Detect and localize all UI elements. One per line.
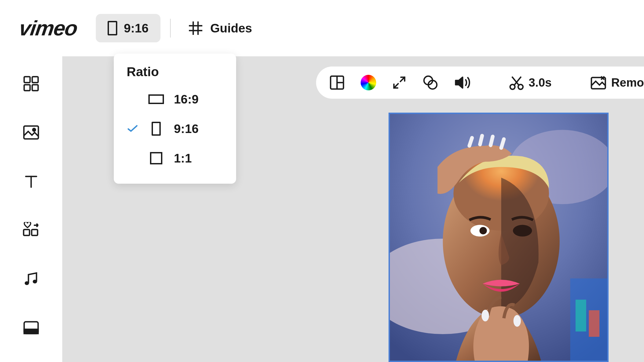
aspect-ratio-button[interactable]: 9:16 — [96, 14, 160, 42]
ratio-dropdown-title: Ratio — [114, 64, 236, 84]
svg-point-9 — [33, 128, 35, 131]
ratio-option-label: 1:1 — [174, 151, 192, 165]
expand-button[interactable] — [392, 76, 406, 90]
sidebar-styles[interactable] — [23, 319, 40, 336]
trim-button[interactable]: 3.0s — [509, 75, 552, 90]
svg-rect-6 — [24, 85, 30, 91]
square-ratio-icon — [148, 152, 164, 164]
header-controls: 9:16 Guides — [96, 14, 260, 42]
svg-rect-42 — [589, 310, 599, 337]
grid-icon — [188, 21, 203, 35]
ratio-option-16-9[interactable]: 16:9 — [114, 84, 236, 114]
canvas-toolbar: 3.0s Remo — [316, 67, 644, 99]
ratio-option-label: 16:9 — [174, 92, 199, 106]
color-wheel-icon — [361, 75, 376, 90]
guides-button[interactable]: Guides — [180, 14, 260, 42]
landscape-ratio-icon — [148, 94, 164, 104]
check-icon — [127, 125, 138, 133]
ratio-option-1-1[interactable]: 1:1 — [114, 143, 236, 173]
svg-point-36 — [513, 225, 532, 237]
svg-rect-41 — [576, 300, 586, 331]
ratio-dropdown: Ratio 16:9 9:16 1:1 — [114, 54, 236, 184]
aspect-ratio-label: 9:16 — [124, 21, 148, 35]
selected-clip[interactable] — [389, 113, 609, 362]
portrait-ratio-icon — [108, 21, 117, 35]
sidebar-text[interactable] — [23, 173, 40, 190]
svg-rect-5 — [32, 77, 38, 83]
svg-rect-12 — [24, 230, 30, 235]
vimeo-logo: vimeo — [18, 16, 79, 40]
sidebar-templates[interactable] — [23, 75, 40, 92]
svg-point-37 — [480, 227, 487, 234]
svg-rect-8 — [24, 126, 38, 139]
svg-rect-17 — [24, 329, 38, 334]
svg-point-38 — [482, 310, 489, 322]
header-divider — [170, 19, 171, 38]
remove-button[interactable]: Remo — [590, 75, 644, 90]
volume-button[interactable] — [455, 76, 471, 90]
ratio-option-label: 9:16 — [174, 121, 199, 136]
duration-label: 3.0s — [529, 76, 552, 89]
color-button[interactable] — [361, 75, 376, 90]
svg-point-14 — [25, 281, 29, 285]
svg-rect-4 — [24, 77, 30, 83]
svg-rect-7 — [32, 85, 38, 91]
filters-button[interactable] — [422, 75, 438, 90]
left-sidebar — [0, 56, 62, 362]
guides-label: Guides — [210, 21, 252, 35]
svg-point-15 — [33, 280, 37, 283]
app-header: vimeo 9:16 Guides — [0, 0, 644, 56]
svg-rect-13 — [32, 230, 38, 235]
sidebar-media[interactable] — [23, 124, 40, 141]
portrait-ratio-icon — [148, 122, 164, 136]
ratio-option-9-16[interactable]: 9:16 — [114, 114, 236, 143]
remove-label: Remo — [611, 76, 644, 89]
svg-point-39 — [513, 315, 521, 327]
sidebar-music[interactable] — [23, 270, 40, 287]
sidebar-stickers[interactable] — [23, 221, 40, 239]
layout-button[interactable] — [330, 75, 345, 90]
